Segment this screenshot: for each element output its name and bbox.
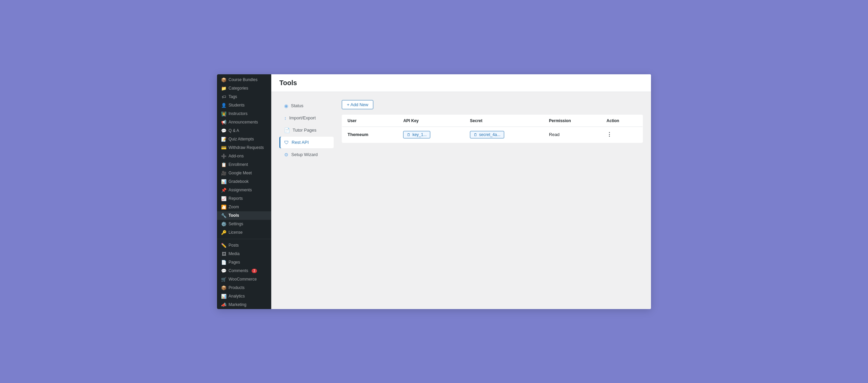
qa-icon: 💬 xyxy=(221,128,226,133)
sub-nav-import-export[interactable]: ↕ Import/Export xyxy=(279,112,334,124)
sidebar-label: Q & A xyxy=(229,128,239,133)
sidebar-label: Tools xyxy=(229,213,239,218)
sidebar-item-withdraw-requests[interactable]: 💳 Withdraw Requests xyxy=(217,143,271,152)
woocommerce-icon: 🛒 xyxy=(221,277,226,282)
zoom-icon: 🎦 xyxy=(221,205,226,210)
google-meet-icon: 🎥 xyxy=(221,171,226,176)
assignments-icon: 📌 xyxy=(221,188,226,193)
api-key-cell: 🗒 key_1... xyxy=(398,127,465,142)
sidebar-item-assignments[interactable]: 📌 Assignments xyxy=(217,186,271,194)
sidebar-item-students[interactable]: 👤 Students xyxy=(217,101,271,110)
sidebar-divider xyxy=(217,239,271,239)
sidebar-item-analytics[interactable]: 📊 Analytics xyxy=(217,292,271,301)
sub-nav-tutor-pages[interactable]: 📄 Tutor Pages xyxy=(279,125,334,136)
enrollment-icon: 📋 xyxy=(221,162,226,167)
sidebar-item-license[interactable]: 🔑 License xyxy=(217,228,271,237)
sidebar-item-marketing[interactable]: 📣 Marketing xyxy=(217,301,271,309)
sidebar-label: Reports xyxy=(229,196,243,201)
sidebar-label: Zoom xyxy=(229,205,239,209)
add-new-button[interactable]: + Add New xyxy=(342,100,373,109)
sidebar-item-instructors[interactable]: 👨‍🏫 Instructors xyxy=(217,110,271,118)
sidebar-item-tags[interactable]: 🏷 Tags xyxy=(217,93,271,101)
sidebar-item-categories[interactable]: 📁 Categories xyxy=(217,84,271,93)
page-body: ◉ Status ↕ Import/Export 📄 Tutor Pages 🛡… xyxy=(271,92,651,309)
sidebar-label: Posts xyxy=(229,243,239,248)
sidebar-label: Pages xyxy=(229,260,240,265)
sidebar-label: Products xyxy=(229,285,244,290)
analytics-icon: 📊 xyxy=(221,294,226,299)
table-row: Themeum 🗒 key_1... 🗒 xyxy=(342,127,643,142)
sub-nav-rest-api[interactable]: 🛡 Rest API xyxy=(279,137,334,148)
sidebar: 📦 Course Bundles 📁 Categories 🏷 Tags 👤 S… xyxy=(217,74,271,309)
gradebook-icon: 📊 xyxy=(221,179,226,184)
page-header: Tools xyxy=(271,74,651,92)
marketing-icon: 📣 xyxy=(221,302,226,307)
sub-nav-label: Rest API xyxy=(292,140,309,145)
sidebar-item-posts[interactable]: ✏️ Posts xyxy=(217,241,271,250)
sidebar-item-zoom[interactable]: 🎦 Zoom xyxy=(217,203,271,211)
sidebar-item-settings[interactable]: ⚙️ Settings xyxy=(217,220,271,228)
sidebar-label: WooCommerce xyxy=(229,277,257,282)
sidebar-label: Course Bundles xyxy=(229,77,257,82)
sidebar-item-course-bundles[interactable]: 📦 Course Bundles xyxy=(217,76,271,84)
sidebar-item-addons[interactable]: ➕ Add-ons xyxy=(217,152,271,160)
sidebar-label: Instructors xyxy=(229,111,248,116)
sidebar-label: Settings xyxy=(229,222,243,226)
sidebar-item-quiz-attempts[interactable]: 📝 Quiz Attempts xyxy=(217,135,271,143)
sidebar-label: Enrollment xyxy=(229,162,248,167)
sidebar-label: Media xyxy=(229,251,240,256)
main-content: Tools ◉ Status ↕ Import/Export 📄 Tutor P… xyxy=(271,74,651,309)
sidebar-item-gradebook[interactable]: 📊 Gradebook xyxy=(217,177,271,186)
reports-icon: 📈 xyxy=(221,196,226,201)
sidebar-label: Marketing xyxy=(229,302,246,307)
sidebar-label: Students xyxy=(229,103,244,108)
sidebar-item-qa[interactable]: 💬 Q & A xyxy=(217,127,271,135)
addons-icon: ➕ xyxy=(221,154,226,159)
sidebar-item-tools[interactable]: 🔧 Tools xyxy=(217,211,271,220)
sidebar-label: License xyxy=(229,230,242,235)
permission-cell: Read xyxy=(544,127,601,142)
rest-api-icon: 🛡 xyxy=(284,140,289,145)
quiz-icon: 📝 xyxy=(221,137,226,142)
sub-nav: ◉ Status ↕ Import/Export 📄 Tutor Pages 🛡… xyxy=(279,100,334,301)
sidebar-item-announcements[interactable]: 📢 Announcements xyxy=(217,118,271,127)
sidebar-item-media[interactable]: 🖼 Media xyxy=(217,250,271,258)
withdraw-icon: 💳 xyxy=(221,145,226,150)
tags-icon: 🏷 xyxy=(221,94,226,99)
sidebar-item-reports[interactable]: 📈 Reports xyxy=(217,194,271,203)
media-icon: 🖼 xyxy=(221,251,226,256)
tutor-pages-icon: 📄 xyxy=(284,128,290,133)
sidebar-item-woocommerce[interactable]: 🛒 WooCommerce xyxy=(217,275,271,284)
import-export-icon: ↕ xyxy=(284,115,287,121)
sidebar-label: Gradebook xyxy=(229,179,249,184)
course-bundles-icon: 📦 xyxy=(221,77,226,82)
sidebar-label: Categories xyxy=(229,86,248,91)
pages-icon: 📄 xyxy=(221,260,226,265)
sidebar-item-products[interactable]: 📦 Products xyxy=(217,284,271,292)
sidebar-item-pages[interactable]: 📄 Pages xyxy=(217,258,271,267)
sidebar-label: Announcements xyxy=(229,120,258,125)
sidebar-item-enrollment[interactable]: 📋 Enrollment xyxy=(217,160,271,169)
action-menu-button[interactable]: ⋮ xyxy=(607,132,612,137)
sub-nav-setup-wizard[interactable]: ⚙ Setup Wizard xyxy=(279,149,334,160)
sub-nav-status[interactable]: ◉ Status xyxy=(279,100,334,112)
products-icon: 📦 xyxy=(221,285,226,290)
sidebar-label: Quiz Attempts xyxy=(229,137,254,141)
sidebar-item-comments[interactable]: 💬 Comments 3 xyxy=(217,267,271,275)
sidebar-label: Assignments xyxy=(229,188,252,192)
status-icon: ◉ xyxy=(284,103,288,109)
license-icon: 🔑 xyxy=(221,230,226,235)
announcements-icon: 📢 xyxy=(221,120,226,125)
sidebar-label: Withdraw Requests xyxy=(229,145,264,150)
tools-icon: 🔧 xyxy=(221,213,226,218)
content-area: + Add New User API Key Secret Permission… xyxy=(342,100,643,301)
secret-cell: 🗒 secret_4a... xyxy=(465,127,544,142)
students-icon: 👤 xyxy=(221,103,226,108)
sidebar-label: Tags xyxy=(229,94,237,99)
col-permission: Permission xyxy=(544,115,601,127)
sidebar-item-google-meet[interactable]: 🎥 Google Meet xyxy=(217,169,271,177)
settings-icon: ⚙️ xyxy=(221,222,226,227)
comments-icon: 💬 xyxy=(221,268,226,273)
setup-wizard-icon: ⚙ xyxy=(284,152,289,157)
instructors-icon: 👨‍🏫 xyxy=(221,111,226,116)
